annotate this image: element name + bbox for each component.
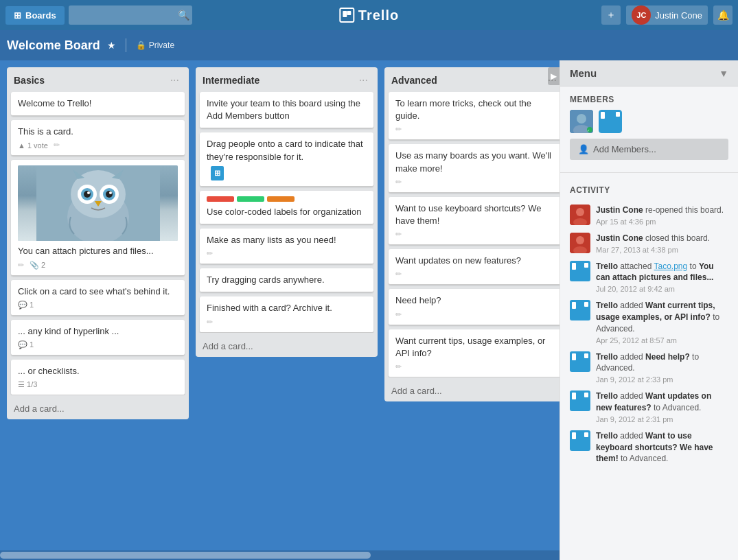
card-text: Drag people onto a card to indicate that…	[207, 139, 363, 161]
privacy-label: Private	[149, 40, 174, 50]
list-cards-basics: Welcome to Trello! This is a card. ▲ 1 v…	[7, 92, 189, 395]
card-attach[interactable]: You can attach pictures and files... ✏ 📎…	[11, 160, 185, 275]
activity-time: Jan 9, 2012 at 2:33 pm	[596, 375, 728, 384]
edit-icon[interactable]: ✏	[54, 141, 60, 150]
card-lists[interactable]: Make as many lists as you need! ✏	[200, 229, 373, 264]
list-basics: Basics ··· Welcome to Trello! This is a …	[7, 67, 189, 419]
sidebar-close-button[interactable]: ▼	[719, 68, 728, 79]
card-api[interactable]: Want current tips, usage examples, or AP…	[389, 329, 560, 377]
edit-icon[interactable]: ✏	[395, 125, 402, 134]
create-button[interactable]: ＋	[601, 5, 621, 25]
user-menu-button[interactable]: JC Justin Cone	[626, 5, 708, 25]
card-text: Click on a card to see what's behind it.	[18, 286, 170, 296]
activity-item: Trello added Need help? to Advanced. Jan…	[570, 351, 728, 384]
add-card-basics[interactable]: Add a card...	[7, 398, 189, 419]
app-logo: Trello	[339, 8, 399, 23]
members-section-title: Members	[570, 95, 728, 104]
activity-avatar-trello4	[570, 390, 590, 411]
card-meta: 💬 1	[18, 301, 178, 310]
list-intermediate: Intermediate ··· Invite your team to thi…	[196, 67, 378, 357]
card-more-boards[interactable]: Use as many boards as you want. We'll ma…	[389, 144, 560, 192]
top-navigation: ⊞ Boards 🔍 Trello ＋ JC Justin Cone 🔔	[0, 0, 738, 30]
card-help[interactable]: Need help? ✏	[389, 289, 560, 325]
activity-text-1: Justin Cone re-opened this board. Apr 15…	[596, 205, 724, 226]
list-menu-button-basics[interactable]: ···	[168, 73, 182, 88]
edit-icon[interactable]: ✏	[395, 230, 402, 239]
svg-point-10	[106, 191, 113, 198]
boards-button[interactable]: ⊞ Boards	[5, 6, 65, 25]
edit-icon[interactable]: ✏	[395, 310, 402, 319]
edit-icon[interactable]: ✏	[395, 362, 402, 371]
card-text: You can attach pictures and files...	[18, 246, 154, 256]
list-title-advanced: Advanced	[391, 75, 437, 86]
card-text: Finished with a card? Archive it.	[207, 303, 332, 313]
edit-icon[interactable]: ✏	[207, 249, 213, 258]
card-welcome[interactable]: Welcome to Trello!	[11, 92, 185, 116]
actor-name: Trello	[596, 261, 618, 271]
horizontal-scrollbar[interactable]	[0, 550, 560, 560]
card-meta: ✏	[395, 362, 555, 371]
add-card-intermediate[interactable]: Add a card...	[196, 336, 378, 357]
list-cards-intermediate: Invite your team to this board using the…	[196, 92, 378, 333]
card-keyboard[interactable]: Want to use keyboard shortcuts? We have …	[389, 197, 560, 245]
add-card-advanced[interactable]: Add a card...	[384, 380, 560, 401]
edit-icon[interactable]: ✏	[18, 261, 24, 270]
list-header-advanced: Advanced ···	[384, 67, 560, 92]
card-checklists[interactable]: ... or checklists. ☰ 1/3	[11, 360, 185, 395]
card-meta: 💬 1	[18, 340, 178, 349]
comment-count: 💬 1	[18, 301, 34, 310]
card-guide[interactable]: To learn more tricks, check out the guid…	[389, 92, 560, 140]
card-text: Try dragging cards anywhere.	[207, 275, 325, 285]
member-avatar-1[interactable]: ✓	[570, 110, 593, 133]
card-meta: ✏	[395, 178, 555, 187]
card-ref: Need help?	[645, 352, 690, 362]
edit-icon[interactable]: ✏	[395, 178, 402, 187]
main-content: Basics ··· Welcome to Trello! This is a …	[0, 60, 738, 560]
attachment-count: 📎 2	[30, 261, 45, 270]
app-name: Trello	[358, 8, 399, 23]
card-text: ... any kind of hyperlink ...	[18, 326, 119, 336]
vote-count: ▲ 1 vote	[18, 141, 48, 150]
card-updates[interactable]: Want updates on new features? ✏	[389, 249, 560, 285]
notifications-button[interactable]: 🔔	[713, 5, 733, 25]
sidebar-toggle-arrow[interactable]: ▶	[548, 67, 560, 85]
card-text: Want to use keyboard shortcuts? We have …	[395, 203, 541, 226]
card-invite-team[interactable]: Invite your team to this board using the…	[200, 92, 373, 128]
activity-time: Jul 20, 2012 at 9:42 am	[596, 285, 728, 293]
label-orange	[267, 196, 295, 202]
card-meta: ☰ 1/3	[18, 380, 178, 389]
taco-link[interactable]: Taco.png	[654, 261, 688, 271]
edit-icon[interactable]: ✏	[395, 270, 402, 279]
svg-point-20	[576, 208, 584, 216]
actor-name: Trello	[596, 431, 618, 441]
list-menu-button-intermediate[interactable]: ···	[356, 73, 371, 88]
edit-icon[interactable]: ✏	[207, 318, 213, 327]
activity-text-3: Trello attached Taco.png to You can atta…	[596, 261, 728, 294]
checklist-count: ☰ 1/3	[18, 380, 37, 389]
activity-text-2: Justin Cone closed this board. Mar 27, 2…	[596, 233, 710, 254]
list-header-intermediate: Intermediate ···	[196, 67, 378, 92]
card-click[interactable]: Click on a card to see what's behind it.…	[11, 280, 185, 316]
card-labels[interactable]: Use color-coded labels for organization	[200, 191, 373, 224]
lists-scroll[interactable]: Basics ··· Welcome to Trello! This is a …	[0, 60, 560, 550]
search-icon[interactable]: 🔍	[178, 10, 189, 21]
card-drag-cards[interactable]: Try dragging cards anywhere.	[200, 268, 373, 292]
card-meta: ✏	[395, 125, 555, 134]
card-hyperlink[interactable]: ... any kind of hyperlink ... 💬 1	[11, 320, 185, 355]
card-this-is-card[interactable]: This is a card. ▲ 1 vote ✏	[11, 120, 185, 156]
add-members-button[interactable]: 👤 Add Members...	[570, 139, 728, 160]
card-archive[interactable]: Finished with a card? Archive it. ✏	[200, 296, 373, 332]
nav-right-actions: ＋ JC Justin Cone 🔔	[601, 5, 733, 25]
card-drag-people[interactable]: Drag people onto a card to indicate that…	[200, 132, 373, 186]
list-header-basics: Basics ···	[7, 67, 189, 92]
star-icon[interactable]: ★	[107, 40, 116, 51]
comment-count: 💬 1	[18, 340, 34, 349]
member-avatar-2[interactable]	[599, 110, 622, 133]
activity-title: Activity	[570, 185, 728, 195]
search-input[interactable]	[69, 5, 192, 25]
sidebar-menu: Menu ▼ Members ✓	[560, 60, 738, 560]
list-advanced: Advanced ··· To learn more tricks, check…	[384, 67, 560, 401]
activity-list: Justin Cone re-opened this board. Apr 15…	[560, 205, 738, 474]
actor-name: Trello	[596, 391, 618, 401]
card-text: Welcome to Trello!	[18, 98, 91, 108]
